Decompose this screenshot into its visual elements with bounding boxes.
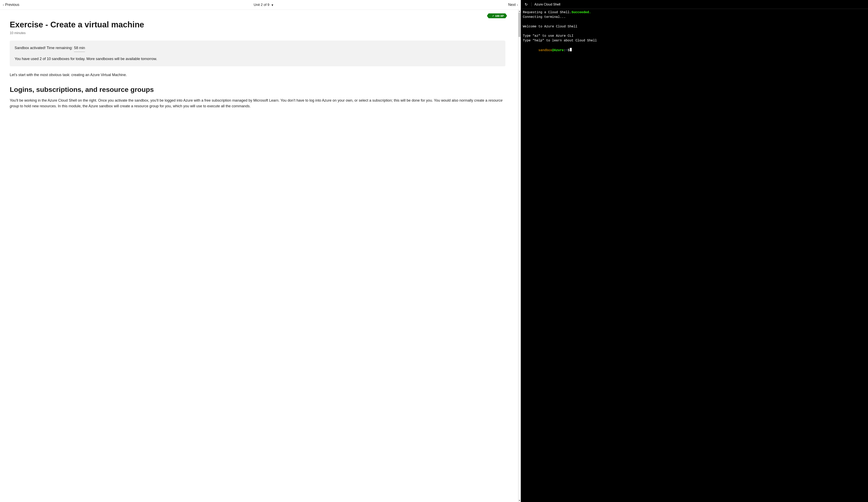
restart-shell-button[interactable]: ↻ [524,2,528,7]
scroll-down-icon[interactable]: ▼ [518,499,521,502]
prompt-tilde: ~ [566,48,568,52]
lesson-content[interactable]: ✓ 100 XP Exercise - Create a virtual mac… [0,10,518,502]
checkmark-icon: ✓ [492,14,494,17]
xp-badge-row: ✓ 100 XP [10,13,505,18]
content-pane: ‹ Previous Unit 2 of 9 ▼ Next › ✓ 100 XP [0,0,521,502]
sandbox-usage-line: You have used 2 of 10 sandboxes for toda… [14,56,500,62]
cloud-shell-pane: ↻ Azure Cloud Shell Requesting a Cloud S… [521,0,868,502]
scroll-thumb[interactable] [518,12,520,37]
xp-badge: ✓ 100 XP [488,13,505,18]
cloud-shell-toolbar: ↻ Azure Cloud Shell [521,0,868,9]
content-scroll-wrap: ✓ 100 XP Exercise - Create a virtual mac… [0,10,521,502]
sandbox-status-card: Sandbox activated! Time remaining: 58 mi… [10,41,505,66]
prompt-user: sandbox [538,48,552,52]
chevron-right-icon: › [517,3,518,7]
term-line4: Type "az" to use Azure CLI [523,34,574,38]
prompt-indent [523,48,538,52]
prompt-host: Azure [554,48,564,52]
section1-text-b: to hold new resources. In this module, t… [19,104,251,108]
term-line1b: Succeeded. [571,11,591,14]
prompt-at: @ [552,48,554,52]
previous-label: Previous [5,3,19,7]
unit-label: Unit 2 of 9 [254,3,269,7]
term-line2: Connecting terminal... [523,15,566,19]
chevron-left-icon: ‹ [3,3,4,7]
sandbox-time-remaining: 58 min [74,45,85,52]
intro-paragraph: Let's start with the most obvious task: … [10,72,505,78]
duration-label: 10 minutes [10,31,505,35]
term-line5: Type "help" to learn about Cloud Shell [523,39,597,42]
app-root: ‹ Previous Unit 2 of 9 ▼ Next › ✓ 100 XP [0,0,868,502]
cloud-shell-title: Azure Cloud Shell [534,3,560,6]
xp-label: 100 XP [495,14,504,18]
prompt-colon: : [564,48,566,52]
sandbox-activated-prefix: Sandbox activated! Time remaining: [14,46,73,50]
terminal-cursor [570,48,572,52]
chevron-down-icon: ▼ [271,3,274,7]
cloud-shell-terminal[interactable]: Requesting a Cloud Shell.Succeeded. Conn… [521,9,868,502]
unit-topnav: ‹ Previous Unit 2 of 9 ▼ Next › [0,0,521,10]
term-line3: Welcome to Azure Cloud Shell [523,25,577,28]
unit-selector-button[interactable]: Unit 2 of 9 ▼ [254,3,274,7]
page-title: Exercise - Create a virtual machine [10,20,505,30]
next-label: Next [508,3,516,7]
section1-paragraph: You'll be working in the Azure Cloud She… [10,98,505,109]
section1-text-a: You'll be working in the Azure Cloud She… [10,99,488,102]
prompt-cash: $ [568,48,570,52]
section-heading-logins: Logins, subscriptions, and resource grou… [10,85,505,94]
term-line1a: Requesting a Cloud Shell. [523,11,571,14]
restart-icon: ↻ [525,2,528,7]
previous-button[interactable]: ‹ Previous [3,3,19,7]
next-button[interactable]: Next › [508,3,518,7]
scroll-up-icon[interactable]: ▲ [518,10,521,12]
content-scrollbar[interactable]: ▲ ▼ [518,10,521,502]
sandbox-activated-line: Sandbox activated! Time remaining: 58 mi… [14,45,500,52]
